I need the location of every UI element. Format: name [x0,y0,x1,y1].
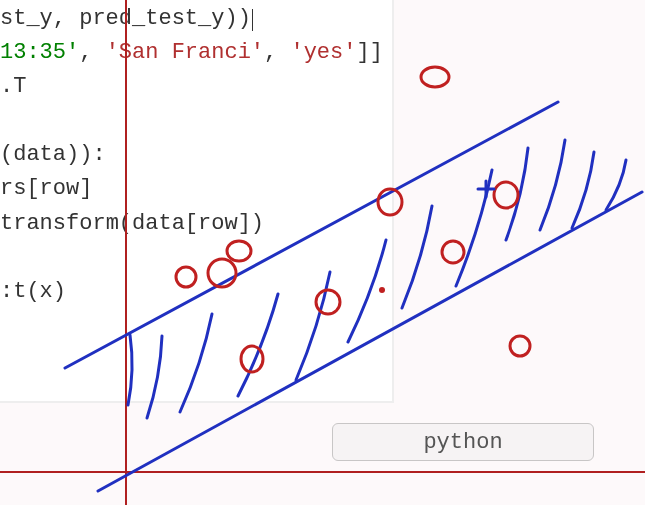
code-line-8 [0,241,645,275]
x-axis-line [0,471,645,473]
code-text: (data)): [0,142,106,167]
code-string: 'yes' [290,40,356,65]
code-line-6: rs[row] [0,172,645,206]
hatch-stroke [128,335,132,405]
data-point-circle [510,336,530,356]
code-text: d_test_y)) [119,6,251,31]
data-point-circle [241,346,263,372]
code-line-1: st_y, pred_test_y)) [0,2,645,36]
language-label-text: python [423,430,502,455]
code-text: ]] [356,40,382,65]
code-text: :t(x) [0,279,66,304]
hatch-stroke [147,336,162,418]
code-line-3: .T [0,70,645,104]
y-axis-line [125,0,127,505]
code-line-5: (data)): [0,138,645,172]
code-line-4 [0,104,645,138]
code-text: m(data[row]) [106,211,264,236]
code-text: st_y, pre [0,6,119,31]
code-editor[interactable]: st_y, pred_test_y)) 13:35', 'San Franci'… [0,0,645,311]
code-text: .T [0,74,26,99]
code-text: rs[row] [0,176,92,201]
code-string: 'San Franci' [106,40,264,65]
code-text: , [79,40,105,65]
code-number: 13:35' [0,40,79,65]
hatch-stroke [180,314,212,412]
code-text: transfor [0,211,106,236]
code-line-7: transform(data[row]) [0,207,645,241]
language-label-box: python [332,423,594,461]
text-cursor-icon [252,9,253,31]
code-text: , [264,40,290,65]
code-line-2: 13:35', 'San Franci', 'yes']] [0,36,645,70]
code-line-9: :t(x) [0,275,645,309]
